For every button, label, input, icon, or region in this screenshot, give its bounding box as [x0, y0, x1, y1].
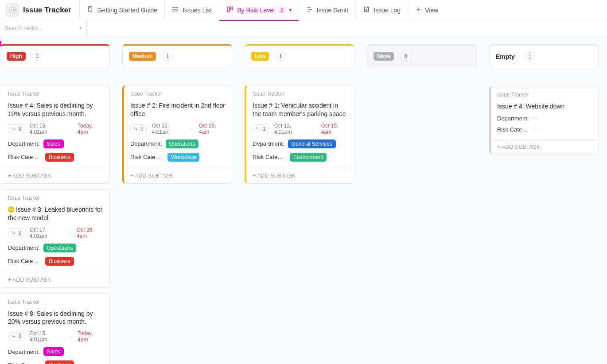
tab-label: Getting Started Guide [97, 7, 157, 14]
subtask-count[interactable]: 3 [8, 228, 24, 237]
department-tag[interactable]: Sales [43, 347, 64, 356]
subtask-count[interactable]: 3 [8, 332, 24, 341]
empty-value: — [534, 126, 540, 133]
svg-point-8 [173, 11, 173, 11]
tab-label: Issue Gantt [317, 7, 349, 14]
risk-tag[interactable]: Business [45, 360, 74, 364]
add-subtask-button[interactable]: + ADD SUBTASK [2, 168, 109, 183]
column-pill: None [374, 52, 394, 61]
topbar: Issue Tracker Getting Started GuideIssue… [0, 0, 607, 20]
task-card[interactable]: Issue TrackerIssue # 3: Leaked blueprint… [0, 189, 110, 288]
column-header[interactable]: Medium1 [122, 44, 232, 67]
due-date: Oct 15, 4am [321, 123, 348, 135]
tab-log[interactable]: Issue Log [355, 0, 408, 20]
due-date: Oct 25, 4am [199, 123, 226, 135]
search-placeholder: Search tasks... [4, 25, 43, 31]
column-header[interactable]: Empty1 [489, 44, 599, 68]
column-cards: Issue TrackerIssue # 1: Vehicular accide… [245, 85, 354, 184]
column-high: High3Issue TrackerIssue # 4: Sales is de… [0, 44, 110, 364]
card-title: Issue # 1: Vehicular accident in the tea… [253, 101, 348, 118]
tab-risk[interactable]: By Risk Level2▾ [219, 0, 299, 20]
subtask-count[interactable]: 3 [130, 124, 147, 133]
tab-label: By Risk Level [237, 7, 275, 14]
doc-pin-icon [87, 6, 94, 14]
task-card[interactable]: Issue TrackerIssue # 1: Vehicular accide… [245, 85, 354, 184]
column-header[interactable]: High3 [0, 44, 110, 67]
space-icon[interactable] [5, 3, 19, 17]
add-subtask-button[interactable]: + ADD SUBTASK [2, 272, 109, 287]
field-department: Department:General Services [253, 139, 348, 148]
column-count: 1 [162, 52, 173, 61]
board-icon [226, 6, 233, 14]
empty-value: — [533, 115, 538, 122]
tab-list[interactable]: Issues List [164, 0, 219, 20]
card-title: Issue # 4: Sales is declining by 10% ver… [8, 101, 103, 118]
risk-tag[interactable]: Workplace [167, 153, 199, 162]
card-dates: 3Oct 15, 4:01am–Today, 4am [8, 123, 103, 135]
field-department: Department:Operations [130, 139, 226, 148]
subtask-count[interactable]: 1 [253, 124, 269, 133]
department-tag[interactable]: Operations [43, 244, 77, 252]
department-tag[interactable]: Sales [43, 139, 64, 148]
space-title: Issue Tracker [23, 6, 71, 15]
card-breadcrumb: Issue Tracker [130, 91, 226, 97]
tab-count: 2 [278, 7, 286, 14]
svg-point-1 [9, 7, 16, 13]
svg-point-0 [12, 9, 14, 11]
column-count: 0 [400, 52, 411, 61]
tab-gantt[interactable]: Issue Gantt [299, 0, 356, 20]
department-tag[interactable]: Operations [166, 139, 199, 148]
add-subtask-button[interactable]: + ADD SUBTASK [491, 139, 599, 155]
list-icon [172, 6, 179, 14]
task-card[interactable]: Issue TrackerIssue # 8: Sales is declini… [0, 293, 110, 364]
view-tabs: Getting Started GuideIssues ListBy Risk … [79, 0, 445, 20]
column-pill: Empty [496, 52, 518, 62]
field-risk-category: Risk Categ…Business [8, 257, 103, 266]
search-input[interactable]: Search tasks... ▾ [0, 20, 87, 36]
task-card[interactable]: Issue TrackerIssue # 4: Website downDepa… [489, 86, 599, 155]
due-date: Today, 4am [78, 330, 103, 343]
card-dates: 3Oct 15, 4:01am–Today, 4am [8, 330, 103, 343]
svg-rect-10 [231, 7, 233, 10]
column-pill: Medium [129, 52, 156, 61]
field-risk-category: Risk Categ…Business [8, 153, 103, 162]
card-title: Issue # 3: Leaked blueprints for the new… [8, 205, 103, 222]
start-date: Oct 15, 4:01am [30, 123, 64, 135]
tab-view[interactable]: View [408, 0, 445, 20]
add-subtask-button[interactable]: + ADD SUBTASK [124, 168, 232, 183]
column-cards: Issue TrackerIssue # 2: Fire incident in… [122, 85, 232, 184]
subtask-count[interactable]: 3 [8, 124, 24, 133]
column-header[interactable]: Low1 [245, 44, 354, 67]
department-tag[interactable]: General Services [288, 139, 336, 148]
card-breadcrumb: Issue Tracker [8, 91, 103, 97]
field-risk-category: Risk Categ…Environment [253, 153, 348, 162]
plus-icon [415, 6, 421, 14]
field-risk-category: Risk Categ…Business [8, 360, 103, 364]
risk-tag[interactable]: Business [45, 257, 74, 266]
gantt-icon [306, 6, 313, 14]
start-date: Oct 15, 4:01am [152, 123, 185, 135]
field-department: Department:Sales [8, 347, 103, 356]
due-date: Oct 28, 4am [77, 227, 103, 239]
field-department: Department:Operations [8, 244, 103, 252]
start-date: Oct 17, 4:01am [30, 227, 63, 239]
svg-rect-9 [227, 7, 230, 12]
task-card[interactable]: Issue TrackerIssue # 4: Sales is declini… [0, 85, 110, 184]
card-title: Issue # 2: Fire incident in 2nd floor of… [130, 101, 226, 118]
add-subtask-button[interactable]: + ADD SUBTASK [246, 168, 354, 183]
column-header[interactable]: None0 [367, 44, 477, 67]
tab-guide[interactable]: Getting Started Guide [79, 0, 164, 20]
card-dates: 3Oct 15, 4:01am–Oct 25, 4am [130, 123, 226, 135]
field-department: Department:— [497, 115, 592, 122]
column-low: Low1Issue TrackerIssue # 1: Vehicular ac… [245, 44, 354, 184]
risk-tag[interactable]: Business [45, 153, 74, 162]
task-card[interactable]: Issue TrackerIssue # 2: Fire incident in… [122, 85, 232, 184]
risk-tag[interactable]: Environment [290, 153, 327, 162]
svg-point-6 [173, 7, 173, 8]
note-icon [363, 6, 370, 14]
card-dates: 3Oct 17, 4:01am–Oct 28, 4am [8, 227, 103, 239]
field-risk-category: Risk Categ…Workplace [130, 153, 226, 162]
chevron-down-icon[interactable]: ▾ [289, 8, 292, 12]
card-breadcrumb: Issue Tracker [253, 91, 348, 97]
column-medium: Medium1Issue TrackerIssue # 2: Fire inci… [122, 44, 232, 184]
